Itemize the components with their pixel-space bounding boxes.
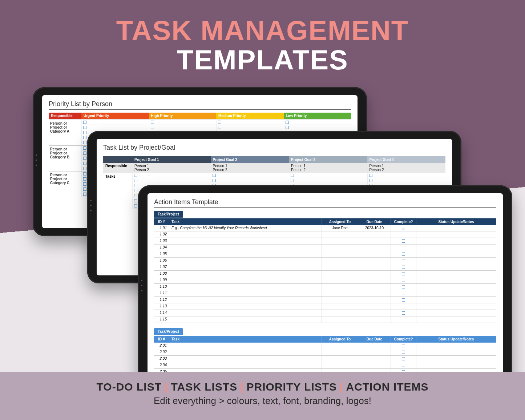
checkbox-icon[interactable] xyxy=(83,131,86,134)
checkbox-icon[interactable] xyxy=(402,279,405,282)
checkbox-icon[interactable] xyxy=(402,364,405,367)
checkbox-icon[interactable] xyxy=(134,174,137,177)
checkbox-icon[interactable] xyxy=(402,272,405,275)
cell-complete[interactable] xyxy=(391,271,416,277)
cell-complete[interactable] xyxy=(391,310,416,316)
cell-complete[interactable] xyxy=(391,238,416,244)
checkbox-icon[interactable] xyxy=(83,177,86,181)
checkbox-icon[interactable] xyxy=(291,174,294,177)
action-row[interactable]: 1.08 xyxy=(154,271,496,277)
checkbox-icon[interactable] xyxy=(134,179,137,182)
action-row[interactable]: 2.01 xyxy=(154,343,496,349)
cell-complete[interactable] xyxy=(391,258,416,264)
checkbox-icon[interactable] xyxy=(286,126,289,129)
action-row[interactable]: 1.05 xyxy=(154,251,496,258)
cell-complete[interactable] xyxy=(391,343,416,349)
checkbox-icon[interactable] xyxy=(218,121,221,124)
checkbox-icon[interactable] xyxy=(402,246,405,249)
checkbox-icon[interactable] xyxy=(402,311,405,315)
checkbox-icon[interactable] xyxy=(83,193,86,196)
task-row[interactable] xyxy=(289,178,367,183)
checkbox-row[interactable] xyxy=(284,120,351,125)
checkbox-icon[interactable] xyxy=(151,126,154,129)
cell-complete[interactable] xyxy=(391,251,416,257)
checkbox-icon[interactable] xyxy=(402,357,405,360)
checkbox-icon[interactable] xyxy=(134,194,137,197)
cell-complete[interactable] xyxy=(391,245,416,251)
tab-task-project-2[interactable]: Task/Project xyxy=(154,328,183,335)
checkbox-icon[interactable] xyxy=(83,157,86,160)
cell-complete[interactable] xyxy=(391,284,416,290)
cell-complete[interactable] xyxy=(391,349,416,355)
checkbox-icon[interactable] xyxy=(402,253,405,256)
checkbox-icon[interactable] xyxy=(134,184,137,187)
cell-complete[interactable] xyxy=(391,290,416,296)
checkbox-icon[interactable] xyxy=(402,351,405,354)
checkbox-icon[interactable] xyxy=(83,167,86,170)
cell-complete[interactable] xyxy=(391,264,416,270)
action-row[interactable]: 1.04 xyxy=(154,245,496,251)
action-row[interactable]: 1.14 xyxy=(154,310,496,316)
checkbox-row[interactable] xyxy=(217,125,284,130)
checkbox-icon[interactable] xyxy=(83,146,86,150)
checkbox-icon[interactable] xyxy=(83,141,86,144)
task-row[interactable] xyxy=(368,178,446,183)
checkbox-icon[interactable] xyxy=(402,298,405,302)
checkbox-row[interactable] xyxy=(149,125,217,130)
checkbox-icon[interactable] xyxy=(402,305,405,308)
checkbox-icon[interactable] xyxy=(134,199,137,202)
task-row[interactable] xyxy=(211,178,289,183)
checkbox-icon[interactable] xyxy=(402,318,405,321)
cell-complete[interactable] xyxy=(391,297,416,303)
action-row[interactable]: 2.04 xyxy=(154,362,496,369)
tab-task-project[interactable]: Task/Project xyxy=(154,211,183,218)
checkbox-icon[interactable] xyxy=(291,179,294,182)
cell-complete[interactable] xyxy=(391,356,416,362)
checkbox-row[interactable] xyxy=(82,125,149,130)
checkbox-icon[interactable] xyxy=(83,172,86,175)
action-row[interactable]: 1.15 xyxy=(154,316,496,323)
cell-complete[interactable] xyxy=(391,362,416,368)
checkbox-icon[interactable] xyxy=(369,174,372,177)
cell-complete[interactable] xyxy=(391,231,416,238)
action-row[interactable]: 1.03 xyxy=(154,238,496,245)
cell-complete[interactable] xyxy=(391,225,416,231)
action-row[interactable]: 1.12 xyxy=(154,297,496,303)
checkbox-row[interactable] xyxy=(149,120,217,125)
action-row[interactable]: 1.13 xyxy=(154,303,496,310)
checkbox-icon[interactable] xyxy=(83,187,86,191)
task-row[interactable] xyxy=(211,173,289,178)
checkbox-icon[interactable] xyxy=(402,266,405,269)
checkbox-icon[interactable] xyxy=(402,239,405,243)
checkbox-icon[interactable] xyxy=(83,136,86,139)
checkbox-icon[interactable] xyxy=(213,174,216,177)
action-row[interactable]: 1.09 xyxy=(154,277,496,284)
action-row[interactable]: 2.03 xyxy=(154,356,496,362)
checkbox-icon[interactable] xyxy=(402,285,405,288)
checkbox-icon[interactable] xyxy=(134,189,137,192)
action-row[interactable]: 1.11 xyxy=(154,290,496,297)
checkbox-icon[interactable] xyxy=(213,179,216,182)
action-row[interactable]: 2.02 xyxy=(154,349,496,356)
cell-complete[interactable] xyxy=(391,277,416,283)
task-row[interactable] xyxy=(368,173,446,178)
action-row[interactable]: 1.01E.g., Complete the M1-02 Identify Yo… xyxy=(154,225,496,231)
action-row[interactable]: 1.02 xyxy=(154,231,496,238)
checkbox-row[interactable] xyxy=(82,120,149,125)
checkbox-icon[interactable] xyxy=(151,121,154,124)
checkbox-icon[interactable] xyxy=(402,344,405,347)
action-row[interactable]: 1.06 xyxy=(154,258,496,264)
task-row[interactable] xyxy=(133,173,211,178)
cell-complete[interactable] xyxy=(391,303,416,310)
action-row[interactable]: 1.07 xyxy=(154,264,496,271)
checkbox-row[interactable] xyxy=(284,125,351,130)
checkbox-icon[interactable] xyxy=(83,152,86,155)
checkbox-icon[interactable] xyxy=(402,292,405,295)
checkbox-icon[interactable] xyxy=(218,126,221,129)
checkbox-icon[interactable] xyxy=(286,121,289,124)
checkbox-icon[interactable] xyxy=(402,227,405,230)
checkbox-icon[interactable] xyxy=(402,259,405,262)
checkbox-icon[interactable] xyxy=(83,162,86,165)
task-row[interactable] xyxy=(133,178,211,183)
checkbox-icon[interactable] xyxy=(83,121,86,124)
